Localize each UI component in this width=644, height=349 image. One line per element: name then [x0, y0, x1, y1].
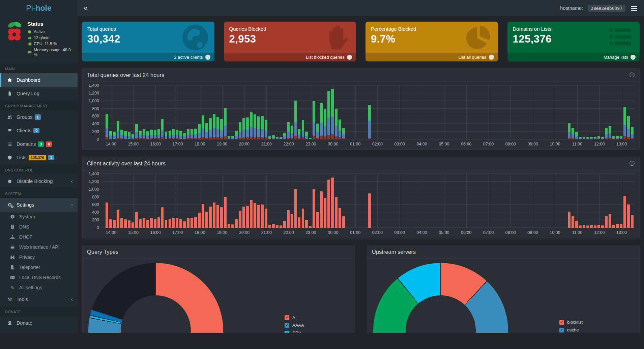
sidebar-item-lists[interactable]: Lists125,3761 [0, 151, 78, 164]
bar [202, 174, 204, 228]
x-tick: 20:00 [239, 142, 250, 146]
x-tick: 06:00 [461, 142, 471, 146]
arrow-circle-icon: → [631, 55, 636, 60]
sidebar-item-label: Web interface / API [19, 244, 60, 250]
bar [117, 174, 119, 228]
info-icon[interactable]: ⓘ [630, 72, 635, 78]
upstream-servers-legend: ✔blocklist✔cache✔dns.google#53✔dns.googl… [559, 318, 596, 333]
query-types-legend: ✔A✔AAAA✔SRV✔PTR✔HTTPS [285, 314, 307, 333]
bar [246, 174, 249, 228]
card-link-active-clients[interactable]: 2 active clients → [82, 53, 214, 61]
bar [568, 85, 571, 139]
x-tick: 15:00 [128, 142, 139, 146]
bar [257, 85, 260, 139]
sidebar-item-local-dns-records[interactable]: Local DNS Records [0, 272, 78, 283]
bar [179, 85, 182, 139]
tools-icon: ⚒ [6, 297, 14, 302]
sitemap-icon [8, 235, 17, 239]
submenu-settings: SystemDNSDHCPWeb interface / APIPrivacyT… [0, 212, 78, 293]
users-icon [6, 115, 14, 119]
bar [261, 174, 264, 228]
bar [287, 174, 290, 228]
bar [128, 85, 130, 139]
bar [183, 174, 186, 228]
bar [631, 85, 634, 139]
x-tick: 10:00 [550, 142, 560, 146]
binoculars-icon [8, 255, 17, 260]
bar [280, 174, 282, 228]
x-tick: 02:00 [372, 142, 383, 146]
y-tick: 200 [92, 129, 99, 134]
sidebar-item-teleporter[interactable]: Teleporter [0, 262, 78, 272]
panel-title: Client activity over last 24 hours [87, 160, 166, 167]
bar [246, 85, 249, 139]
sidebar-item-web-interface-api[interactable]: Web interface / API [0, 242, 78, 252]
x-tick: 09:00 [528, 230, 538, 235]
sidebar-item-clients[interactable]: Clients0 [0, 124, 78, 137]
bar [161, 85, 164, 139]
badge: 3 [38, 141, 44, 147]
sidebar-item-query-log[interactable]: Query Log [0, 87, 78, 100]
sidebar-item-label: Privacy [19, 254, 35, 260]
sidebar-item-groups[interactable]: Groups1 [0, 110, 78, 124]
menu-section-main: MAIN [0, 63, 78, 73]
y-tick: 400 [92, 122, 99, 126]
badge: 1 [48, 155, 54, 160]
card-total-queries: Total queries 30,342 2 active clients → [82, 22, 214, 61]
bar [265, 174, 267, 228]
menu-section-donate: DONATE [0, 306, 78, 316]
bar [320, 174, 323, 228]
panel-upstream-servers: Upstream servers ✔blocklist✔cache✔dns.go… [367, 245, 640, 333]
sidebar-item-donate[interactable]: $Donate [0, 316, 78, 330]
sidebar-item-disable-blocking[interactable]: Disable Blocking‹ [0, 174, 78, 188]
bar [287, 85, 290, 139]
legend-checkbox-icon[interactable]: ✔ [559, 328, 564, 332]
sidebar-item-dns[interactable]: DNS [0, 222, 78, 232]
doc-icon [6, 91, 14, 96]
sidebar-item-all-settings[interactable]: ✎All settings [0, 283, 78, 293]
hamburger-menu-icon[interactable] [630, 4, 638, 12]
sidebar-item-dhcp[interactable]: DHCP [0, 232, 78, 242]
bar [235, 174, 238, 228]
legend-item-a-0: ✔A [285, 314, 307, 321]
bar [202, 85, 204, 139]
stop-icon [6, 179, 14, 184]
sidebar-collapse-icon[interactable]: « [84, 4, 88, 12]
bar [176, 174, 178, 228]
legend-checkbox-icon[interactable]: ✔ [285, 315, 289, 320]
card-link-manage-lists[interactable]: Manage lists → [507, 53, 640, 61]
bar [623, 174, 626, 228]
bar [627, 174, 630, 228]
card-link-blocked-queries[interactable]: List blocked queries → [224, 53, 356, 61]
sidebar-item-settings[interactable]: ⚙⚙Settings‹ [0, 198, 78, 212]
globe-icon [181, 23, 210, 52]
status-cpu: CPU: 11.5 % [27, 42, 75, 46]
bar [601, 85, 604, 139]
bottom-panels: Query Types ✔A✔AAAA✔SRV✔PTR✔HTTPS Upstre… [82, 245, 640, 333]
legend-checkbox-icon[interactable]: ✔ [285, 323, 289, 328]
bar [106, 174, 108, 228]
legend-checkbox-icon[interactable]: ✔ [559, 320, 564, 325]
bar [124, 174, 127, 228]
sidebar-item-domains[interactable]: Domains30 [0, 137, 78, 151]
x-tick: 22:00 [283, 142, 294, 146]
query-types-donut [88, 263, 223, 333]
legend-checkbox-icon[interactable]: ✔ [285, 331, 289, 333]
bar [242, 85, 245, 139]
bar [165, 85, 168, 139]
sidebar-item-system[interactable]: System [0, 212, 78, 222]
x-tick: 00:00 [328, 230, 338, 235]
bar [324, 85, 326, 139]
legend-label: blocklist [567, 320, 583, 325]
bar [231, 174, 234, 228]
sidebar-item-tools[interactable]: ⚒Tools‹ [0, 293, 78, 306]
card-link-all-queries[interactable]: List all queries → [365, 53, 498, 61]
bar [309, 85, 312, 139]
x-tick: 01:00 [350, 142, 360, 146]
legend-item-aaaa-1: ✔AAAA [285, 321, 307, 329]
bar [224, 85, 227, 139]
bar [179, 174, 182, 228]
sidebar-item-privacy[interactable]: Privacy [0, 252, 78, 262]
sidebar-item-dashboard[interactable]: Dashboard [0, 73, 78, 87]
info-icon[interactable]: ⓘ [630, 160, 635, 167]
